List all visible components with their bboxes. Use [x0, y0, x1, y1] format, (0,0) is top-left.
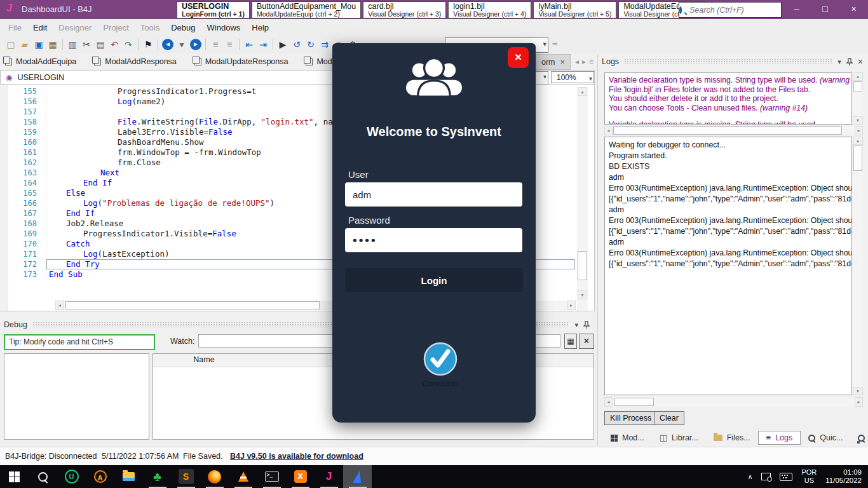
panel-menu-icon[interactable]: ▾ — [837, 58, 841, 66]
resume-icon[interactable]: ⇉ — [318, 38, 332, 51]
editor-shortcut-tab-2[interactable]: ButtonAddEquipament_MouModalUpdateEquip … — [252, 1, 361, 18]
scrollbar-thumb[interactable] — [853, 146, 862, 171]
cut-icon[interactable]: ✂ — [79, 38, 93, 51]
line-number[interactable]: 163 — [0, 168, 46, 178]
scrollbar-thumb[interactable] — [853, 81, 862, 92]
line-number[interactable]: 171 — [0, 249, 46, 259]
scroll-left-icon[interactable]: ◂ — [604, 126, 613, 135]
line-number[interactable]: 172 — [0, 259, 46, 269]
line-number[interactable]: 156 — [0, 97, 46, 107]
action-center-icon[interactable] — [761, 473, 771, 480]
keyboard-icon[interactable] — [780, 473, 792, 481]
line-number[interactable]: 159 — [0, 127, 46, 137]
tab-scroll-left-icon[interactable]: ◂ — [575, 57, 579, 66]
dialog-close-button[interactable]: × — [508, 47, 529, 68]
bookmark-icon[interactable]: ⚑ — [141, 38, 155, 51]
clover-icon[interactable]: ♣ — [143, 465, 172, 488]
back-history-dropdown-icon[interactable]: ▾ — [175, 38, 189, 51]
menu-file[interactable]: File — [3, 23, 27, 32]
undo-icon[interactable]: ↶ — [107, 38, 121, 51]
scroll-down-icon[interactable]: ▾ — [578, 290, 587, 299]
scrollbar-thumb[interactable] — [578, 251, 587, 280]
scroll-right-icon[interactable]: ▸ — [567, 301, 576, 310]
update-download-link[interactable]: B4J v9.50 is available for download — [230, 452, 363, 461]
scroll-left-icon[interactable]: ◂ — [604, 397, 613, 407]
panel-menu-icon[interactable]: ▾ — [574, 321, 578, 329]
scroll-up-icon[interactable]: ▴ — [578, 87, 587, 96]
outdent-icon[interactable]: ⇤ — [242, 38, 256, 51]
run-icon[interactable]: ▶ — [276, 38, 290, 51]
login-button[interactable]: Login — [345, 268, 523, 292]
panel-tab-quic[interactable]: Quic... — [801, 431, 850, 444]
scrollbar-thumb[interactable] — [65, 301, 320, 309]
runtime-log-box[interactable]: Waiting for debugger to connect...Progra… — [604, 137, 852, 395]
scroll-right-icon[interactable]: ▸ — [855, 126, 863, 135]
open-file-icon[interactable]: ▰ — [18, 38, 32, 51]
menu-windows[interactable]: Windows — [201, 23, 247, 32]
panel-tab-librar[interactable]: ◫Librar... — [652, 431, 706, 444]
firefox-icon[interactable] — [200, 465, 229, 488]
xampp-icon[interactable]: X — [286, 465, 315, 488]
clear-logs-button[interactable]: Clear — [654, 411, 684, 425]
close-panel-icon[interactable]: × — [858, 57, 863, 67]
line-number[interactable]: 164 — [0, 178, 46, 188]
redo-icon[interactable]: ↷ — [121, 38, 135, 51]
clock[interactable]: 01:09 11/05/2022 — [825, 468, 862, 485]
evaluate-expression-button[interactable]: ▦ — [564, 334, 577, 349]
b4j-taskbar-icon[interactable]: J — [315, 465, 343, 488]
tab-scroll-right-icon[interactable]: ▸ — [582, 57, 586, 66]
scroll-right-icon[interactable]: ▸ — [855, 397, 863, 407]
designer-tab-modaladdresponsa[interactable]: ModalAddResponsa — [94, 57, 177, 66]
editor-vertical-scrollbar[interactable]: ▴ ▾ — [577, 87, 588, 311]
line-number[interactable]: 157 — [0, 107, 46, 117]
close-window-button[interactable]: × — [839, 0, 868, 19]
toolbar-overflow-icon[interactable]: ≂ — [552, 39, 558, 48]
iobit-uninstaller-icon[interactable]: U — [57, 465, 86, 488]
menu-tools[interactable]: Tools — [135, 23, 165, 32]
start-button[interactable] — [0, 465, 29, 488]
designer-tab-modalupdateresponsa[interactable]: ModalUpdateResponsa — [194, 57, 288, 66]
copy-icon[interactable]: ▥ — [65, 38, 79, 51]
file-explorer-icon[interactable] — [114, 465, 143, 488]
kill-process-button[interactable]: Kill Process — [604, 411, 657, 425]
step-over-icon[interactable]: ↻ — [304, 38, 318, 51]
designer-tab-modaladdequipa[interactable]: ModalAddEquipa — [5, 57, 76, 66]
scrollbar-thumb[interactable] — [613, 126, 842, 135]
pin-icon[interactable] — [583, 321, 590, 329]
editor-shortcut-tab-4[interactable]: login1.bjlVisual Designer (ctrl + 4) — [448, 1, 531, 18]
menu-edit[interactable]: Edit — [27, 23, 53, 32]
search-box[interactable] — [679, 2, 782, 18]
line-number[interactable]: 167 — [0, 208, 46, 219]
line-number[interactable]: 166 — [0, 198, 46, 208]
save-icon[interactable]: ▣ — [32, 38, 46, 51]
log-vertical-scrollbar[interactable]: ▴ ▾ — [853, 137, 863, 395]
terminal-icon[interactable] — [257, 465, 286, 488]
warnings-vertical-scrollbar[interactable]: ▴ ▾ — [853, 72, 863, 125]
line-number[interactable]: 158 — [0, 117, 46, 127]
vlc-icon[interactable] — [229, 465, 257, 488]
warnings-horizontal-scrollbar[interactable]: ◂ ▸ — [604, 126, 863, 135]
editor-shortcut-tab-1[interactable]: USERLOGINLoginForm (ctrl + 1) — [177, 1, 250, 18]
search-input[interactable] — [687, 6, 796, 15]
password-input[interactable] — [345, 228, 522, 252]
line-number[interactable]: 165 — [0, 188, 46, 198]
scroll-up-icon[interactable]: ▴ — [853, 137, 863, 145]
active-app-icon[interactable] — [343, 465, 372, 488]
line-number[interactable]: 162 — [0, 158, 46, 168]
indent-icon[interactable]: ⇥ — [256, 38, 270, 51]
panel-tab-files[interactable]: Files... — [706, 431, 758, 444]
tray-expand-icon[interactable]: ∧ — [747, 473, 752, 481]
line-number[interactable]: 170 — [0, 239, 46, 249]
editor-shortcut-tab-5[interactable]: lyMain.bjlVisual Designer (ctrl + 5) — [533, 1, 616, 18]
column-divider[interactable] — [327, 354, 327, 367]
column-header-name[interactable]: Name — [153, 355, 255, 364]
clear-watch-button[interactable]: × — [579, 334, 594, 349]
scroll-up-icon[interactable]: ▴ — [853, 72, 863, 81]
language-indicator[interactable]: POR US — [801, 468, 817, 485]
minimize-button[interactable]: – — [782, 0, 811, 19]
scroll-left-icon[interactable]: ◂ — [55, 301, 64, 310]
line-number[interactable]: 161 — [0, 147, 46, 158]
panel-tab-find[interactable]: Find... — [850, 431, 868, 444]
panel-tab-logs[interactable]: ≡Logs — [758, 431, 801, 445]
comment-icon[interactable]: ≡ — [208, 38, 222, 51]
